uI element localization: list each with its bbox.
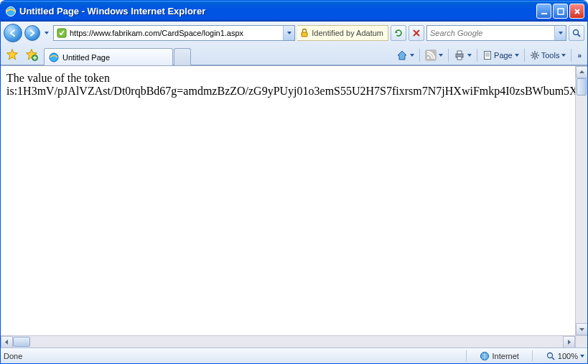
content-line-1: The value of the token bbox=[6, 72, 110, 84]
magnifier-icon bbox=[571, 28, 582, 38]
tools-label: Tools bbox=[541, 51, 560, 60]
svg-rect-1 bbox=[541, 13, 547, 14]
horizontal-scrollbar[interactable] bbox=[1, 335, 575, 347]
address-dropdown[interactable] bbox=[283, 26, 294, 40]
stop-button[interactable] bbox=[409, 25, 424, 41]
identity-text: Identified by Adatum bbox=[312, 29, 383, 37]
content-line-2: is:1H3mV/pJAlVZAst/Dt0rqbBd67g=amdmzBzZO… bbox=[6, 85, 587, 97]
svg-line-26 bbox=[536, 52, 537, 53]
minimize-button[interactable] bbox=[536, 4, 551, 19]
refresh-icon bbox=[393, 28, 403, 38]
browser-window: Untitled Page - Windows Internet Explore… bbox=[0, 0, 588, 364]
new-tab-button[interactable] bbox=[174, 48, 191, 65]
svg-line-25 bbox=[532, 57, 533, 58]
status-right: Internet 100% bbox=[466, 350, 584, 362]
browser-chrome: Identified by Adatum bbox=[1, 22, 587, 65]
search-input[interactable] bbox=[427, 27, 554, 39]
star-plus-icon bbox=[25, 48, 38, 61]
rss-icon bbox=[425, 50, 437, 61]
hscroll-track[interactable] bbox=[13, 336, 563, 347]
svg-line-23 bbox=[532, 52, 533, 53]
ie-page-icon bbox=[48, 52, 60, 63]
zoom-level-text: 100% bbox=[558, 352, 578, 360]
refresh-button[interactable] bbox=[391, 25, 406, 41]
svg-rect-2 bbox=[558, 9, 564, 14]
lock-shield-icon bbox=[56, 27, 67, 39]
hscroll-thumb[interactable] bbox=[13, 337, 30, 347]
scroll-right-button[interactable] bbox=[563, 336, 575, 348]
arrow-left-icon bbox=[8, 28, 18, 38]
tab-strip: Untitled Page bbox=[44, 44, 389, 65]
window-controls bbox=[536, 4, 584, 19]
svg-point-28 bbox=[547, 353, 552, 358]
zoom-control[interactable]: 100% bbox=[546, 351, 584, 361]
svg-rect-4 bbox=[302, 32, 307, 37]
security-zone-text: Internet bbox=[493, 352, 519, 360]
favorites-center-button[interactable] bbox=[4, 46, 21, 63]
scroll-up-button[interactable] bbox=[576, 66, 588, 78]
feeds-button[interactable] bbox=[423, 47, 445, 63]
svg-point-10 bbox=[427, 57, 429, 59]
toolbar-overflow-button[interactable]: » bbox=[574, 52, 584, 60]
tab-row: Untitled Page bbox=[1, 44, 587, 65]
tab-active[interactable]: Untitled Page bbox=[44, 48, 173, 65]
content-frame: The value of the token is:1H3mV/pJAlVZAs… bbox=[1, 65, 587, 347]
ie-logo-icon bbox=[5, 6, 17, 17]
page-body: The value of the token is:1H3mV/pJAlVZAs… bbox=[6, 72, 582, 98]
svg-line-24 bbox=[536, 57, 537, 58]
svg-point-18 bbox=[533, 53, 537, 57]
svg-line-29 bbox=[552, 358, 554, 360]
add-favorites-button[interactable] bbox=[23, 46, 40, 63]
page-menu-button[interactable]: Page bbox=[480, 47, 521, 63]
recent-pages-dropdown[interactable] bbox=[42, 32, 51, 34]
internet-zone-icon bbox=[480, 351, 490, 361]
navigation-row: Identified by Adatum bbox=[1, 22, 587, 44]
print-button[interactable] bbox=[452, 47, 474, 63]
svg-rect-13 bbox=[457, 57, 462, 60]
scroll-corner bbox=[575, 335, 587, 347]
stop-icon bbox=[412, 29, 421, 37]
forward-button[interactable] bbox=[24, 25, 40, 41]
svg-point-5 bbox=[574, 29, 579, 34]
page-icon bbox=[482, 50, 493, 60]
window-title: Untitled Page - Windows Internet Explore… bbox=[19, 6, 536, 17]
svg-line-6 bbox=[578, 34, 580, 37]
scroll-left-button[interactable] bbox=[1, 336, 13, 348]
identity-box[interactable]: Identified by Adatum bbox=[297, 25, 388, 41]
status-bar: Done Internet 100% bbox=[1, 347, 587, 363]
url-input[interactable] bbox=[70, 27, 283, 39]
zoom-icon bbox=[546, 351, 556, 361]
page-viewport: The value of the token is:1H3mV/pJAlVZAs… bbox=[1, 66, 587, 347]
gear-icon bbox=[530, 50, 540, 60]
vertical-scrollbar[interactable] bbox=[575, 66, 587, 335]
command-toolbar: Page Tools » bbox=[394, 47, 584, 63]
svg-rect-12 bbox=[457, 51, 462, 54]
status-progress-text: Done bbox=[4, 352, 22, 360]
search-dropdown[interactable] bbox=[554, 26, 566, 40]
search-go-button[interactable] bbox=[569, 25, 584, 41]
tab-title: Untitled Page bbox=[62, 53, 110, 62]
maximize-button[interactable] bbox=[553, 4, 568, 19]
arrow-right-icon bbox=[28, 29, 37, 37]
svg-rect-14 bbox=[485, 52, 491, 60]
scroll-down-button[interactable] bbox=[576, 323, 588, 335]
padlock-icon bbox=[299, 28, 309, 38]
page-label: Page bbox=[494, 51, 513, 60]
printer-icon bbox=[454, 50, 465, 61]
tools-menu-button[interactable]: Tools bbox=[528, 47, 569, 63]
vscroll-thumb[interactable] bbox=[577, 78, 587, 95]
svg-point-8 bbox=[50, 53, 58, 62]
title-bar: Untitled Page - Windows Internet Explore… bbox=[1, 1, 587, 22]
vscroll-track[interactable] bbox=[576, 78, 587, 323]
address-bar[interactable] bbox=[53, 25, 295, 41]
home-icon bbox=[396, 50, 408, 61]
star-icon bbox=[6, 48, 19, 61]
back-button[interactable] bbox=[4, 24, 22, 42]
search-box[interactable] bbox=[426, 25, 566, 41]
close-button[interactable] bbox=[569, 4, 584, 19]
home-button[interactable] bbox=[394, 47, 416, 63]
